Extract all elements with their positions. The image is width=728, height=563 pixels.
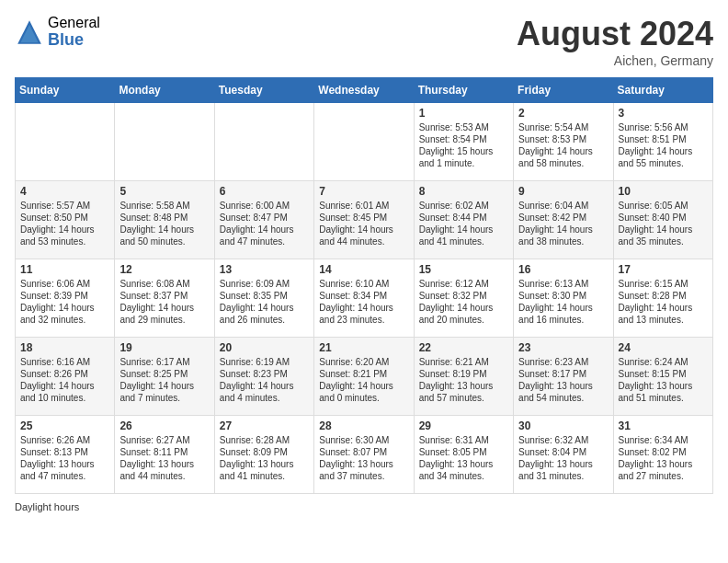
calendar-cell (314, 103, 414, 181)
header-cell-friday: Friday (514, 78, 613, 103)
calendar-cell (115, 103, 214, 181)
calendar-cell: 19Sunrise: 6:17 AMSunset: 8:25 PMDayligh… (115, 338, 214, 416)
calendar-cell: 4Sunrise: 5:57 AMSunset: 8:50 PMDaylight… (16, 181, 115, 259)
day-info: Sunrise: 5:53 AM (419, 121, 508, 133)
header-cell-sunday: Sunday (16, 78, 115, 103)
day-info: Sunset: 8:40 PM (619, 212, 708, 224)
logo-icon (15, 17, 44, 47)
day-info: Sunrise: 5:57 AM (20, 200, 109, 212)
day-info: Daylight: 15 hours and 1 minute. (419, 145, 508, 169)
location: Aichen, Germany (517, 53, 713, 68)
day-number: 10 (619, 185, 708, 198)
day-info: Sunrise: 6:26 AM (20, 434, 109, 446)
day-info: Sunset: 8:45 PM (319, 212, 408, 224)
day-info: Sunset: 8:51 PM (619, 133, 708, 145)
day-info: Sunrise: 6:01 AM (319, 200, 408, 212)
day-info: Sunrise: 6:21 AM (419, 356, 508, 368)
calendar-cell: 27Sunrise: 6:28 AMSunset: 8:09 PMDayligh… (214, 416, 313, 494)
day-number: 17 (619, 263, 708, 276)
day-info: Daylight: 13 hours and 41 minutes. (220, 458, 309, 482)
day-number: 19 (119, 341, 209, 354)
day-info: Sunrise: 5:54 AM (518, 121, 608, 133)
day-info: Sunrise: 6:30 AM (319, 434, 408, 446)
day-info: Daylight: 14 hours and 50 minutes. (119, 224, 209, 247)
calendar-cell: 9Sunrise: 6:04 AMSunset: 8:42 PMDaylight… (514, 181, 613, 259)
day-info: Sunset: 8:44 PM (419, 212, 508, 224)
calendar-row-3: 11Sunrise: 6:06 AMSunset: 8:39 PMDayligh… (16, 259, 713, 338)
calendar-cell: 2Sunrise: 5:54 AMSunset: 8:53 PMDaylight… (514, 103, 613, 181)
day-number: 2 (518, 107, 608, 120)
day-number: 21 (319, 341, 408, 354)
header-cell-saturday: Saturday (613, 78, 712, 103)
day-info: Sunset: 8:54 PM (419, 133, 508, 145)
day-number: 8 (419, 185, 508, 198)
day-info: Sunset: 8:42 PM (518, 212, 608, 224)
day-info: Sunset: 8:11 PM (119, 446, 209, 458)
footer-label: Daylight hours (15, 501, 79, 512)
day-number: 6 (220, 185, 309, 198)
calendar-cell: 28Sunrise: 6:30 AMSunset: 8:07 PMDayligh… (314, 416, 414, 494)
calendar-cell: 18Sunrise: 6:16 AMSunset: 8:26 PMDayligh… (16, 338, 115, 416)
calendar-cell: 11Sunrise: 6:06 AMSunset: 8:39 PMDayligh… (16, 259, 115, 338)
header-row: SundayMondayTuesdayWednesdayThursdayFrid… (16, 78, 713, 103)
day-info: Sunrise: 6:12 AM (419, 278, 508, 290)
day-info: Sunset: 8:48 PM (119, 212, 209, 224)
day-info: Sunrise: 6:34 AM (619, 434, 708, 446)
day-info: Sunrise: 6:09 AM (220, 278, 309, 290)
day-info: Sunrise: 6:13 AM (518, 278, 608, 290)
calendar-body: 1Sunrise: 5:53 AMSunset: 8:54 PMDaylight… (16, 103, 713, 494)
day-info: Daylight: 14 hours and 53 minutes. (20, 224, 109, 247)
day-info: Daylight: 14 hours and 32 minutes. (20, 302, 109, 326)
day-info: Daylight: 13 hours and 31 minutes. (518, 458, 608, 482)
day-info: Daylight: 14 hours and 16 minutes. (518, 302, 608, 326)
day-info: Sunset: 8:37 PM (119, 290, 209, 302)
day-info: Sunrise: 6:05 AM (619, 200, 708, 212)
day-info: Sunset: 8:50 PM (20, 212, 109, 224)
day-info: Daylight: 14 hours and 20 minutes. (419, 302, 508, 326)
footer-note: Daylight hours (15, 501, 713, 512)
calendar-row-2: 4Sunrise: 5:57 AMSunset: 8:50 PMDaylight… (16, 181, 713, 259)
day-info: Daylight: 14 hours and 47 minutes. (220, 224, 309, 247)
day-number: 31 (619, 419, 708, 432)
day-number: 22 (419, 341, 508, 354)
day-info: Sunrise: 6:15 AM (619, 278, 708, 290)
day-info: Sunset: 8:02 PM (619, 446, 708, 458)
calendar-table: SundayMondayTuesdayWednesdayThursdayFrid… (15, 77, 713, 494)
title-block: August 2024 Aichen, Germany (517, 15, 713, 68)
day-number: 15 (419, 263, 508, 276)
day-number: 12 (119, 263, 209, 276)
day-info: Sunset: 8:30 PM (518, 290, 608, 302)
calendar-cell: 20Sunrise: 6:19 AMSunset: 8:23 PMDayligh… (214, 338, 313, 416)
day-number: 3 (619, 107, 708, 120)
day-number: 23 (518, 341, 608, 354)
calendar-cell: 29Sunrise: 6:31 AMSunset: 8:05 PMDayligh… (414, 416, 513, 494)
day-number: 16 (518, 263, 608, 276)
calendar-cell: 14Sunrise: 6:10 AMSunset: 8:34 PMDayligh… (314, 259, 414, 338)
day-number: 14 (319, 263, 408, 276)
logo-blue: Blue (48, 31, 100, 50)
calendar-cell: 6Sunrise: 6:00 AMSunset: 8:47 PMDaylight… (214, 181, 313, 259)
day-info: Sunrise: 6:00 AM (220, 200, 309, 212)
calendar-cell: 16Sunrise: 6:13 AMSunset: 8:30 PMDayligh… (514, 259, 613, 338)
day-info: Sunset: 8:17 PM (518, 368, 608, 380)
calendar-cell: 5Sunrise: 5:58 AMSunset: 8:48 PMDaylight… (115, 181, 214, 259)
day-info: Sunrise: 6:16 AM (20, 356, 109, 368)
day-number: 13 (220, 263, 309, 276)
day-info: Daylight: 13 hours and 34 minutes. (419, 458, 508, 482)
day-info: Daylight: 13 hours and 47 minutes. (20, 458, 109, 482)
calendar-row-1: 1Sunrise: 5:53 AMSunset: 8:54 PMDaylight… (16, 103, 713, 181)
day-info: Daylight: 14 hours and 23 minutes. (319, 302, 408, 326)
day-info: Daylight: 13 hours and 27 minutes. (619, 458, 708, 482)
day-info: Sunset: 8:35 PM (220, 290, 309, 302)
day-number: 1 (419, 107, 508, 120)
day-info: Daylight: 14 hours and 26 minutes. (220, 302, 309, 326)
calendar-cell: 12Sunrise: 6:08 AMSunset: 8:37 PMDayligh… (115, 259, 214, 338)
header-cell-monday: Monday (115, 78, 214, 103)
day-info: Sunrise: 6:28 AM (220, 434, 309, 446)
calendar-cell: 23Sunrise: 6:23 AMSunset: 8:17 PMDayligh… (514, 338, 613, 416)
day-info: Sunset: 8:23 PM (220, 368, 309, 380)
day-number: 5 (119, 185, 209, 198)
day-info: Sunrise: 6:31 AM (419, 434, 508, 446)
day-info: Sunrise: 6:32 AM (518, 434, 608, 446)
day-info: Daylight: 13 hours and 37 minutes. (319, 458, 408, 482)
